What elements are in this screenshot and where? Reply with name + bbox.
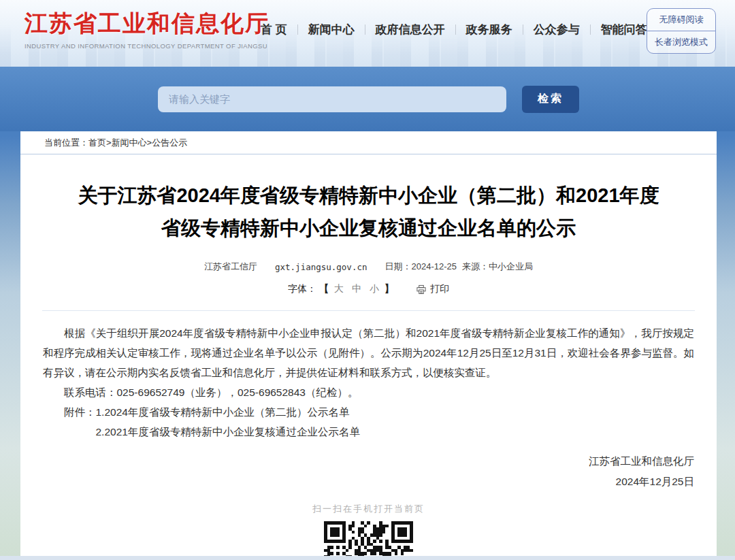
- attachment-line-2: 2.2021年度省级专精特新中小企业复核通过企业公示名单: [43, 422, 694, 442]
- site-header: 江苏省工业和信息化厅 INDUSTRY AND INFORMATION TECH…: [0, 0, 735, 67]
- font-size-medium[interactable]: 中: [352, 283, 361, 295]
- attachment-link-1[interactable]: 1.2024年度省级专精特新中小企业（第二批）公示名单: [96, 406, 350, 418]
- font-size-small[interactable]: 小: [370, 283, 379, 295]
- breadcrumb-label: 当前位置：: [44, 137, 88, 148]
- nav-separator: [297, 24, 298, 35]
- signature-block: 江苏省工业和信息化厅 2024年12月25日: [20, 451, 694, 492]
- bracket-close: 】: [385, 283, 394, 295]
- signature-org: 江苏省工业和信息化厅: [20, 451, 694, 472]
- attachment-line-1: 附件：1.2024年度省级专精特新中小企业（第二批）公示名单: [43, 402, 694, 422]
- nav-separator: [523, 24, 523, 35]
- signature-date: 2024年12月25日: [20, 472, 694, 492]
- search-button[interactable]: 检索: [522, 86, 579, 113]
- print-label: 打印: [430, 283, 449, 295]
- bottom-strip: [0, 556, 735, 560]
- nav-item-home[interactable]: 首 页: [261, 22, 287, 37]
- print-icon: [416, 284, 427, 295]
- attachment-link-2[interactable]: 2.2021年度省级专精特新中小企业复核通过企业公示名单: [96, 426, 360, 438]
- content-card: 当前位置：首页>新闻中心>公告公示 关于江苏省2024年度省级专精特新中小企业（…: [20, 131, 717, 560]
- meta-dates: 日期：2024-12-25 来源：中小企业局: [385, 261, 533, 273]
- meta-date: 日期：2024-12-25: [385, 261, 457, 273]
- logo-subtitle: INDUSTRY AND INFORMATION TECHNOLOGY DEPA…: [24, 42, 270, 50]
- logo-title: 江苏省工业和信息化厅: [24, 8, 270, 39]
- nav-separator: [365, 24, 365, 35]
- logo[interactable]: 江苏省工业和信息化厅 INDUSTRY AND INFORMATION TECH…: [24, 8, 270, 50]
- print-button[interactable]: 打印: [416, 283, 449, 295]
- search-input[interactable]: [158, 86, 506, 112]
- meta-origin: 来源：中小企业局: [462, 261, 533, 273]
- accessible-reading-button[interactable]: 无障碍阅读: [647, 9, 715, 31]
- search-band: 检索: [0, 67, 735, 131]
- attachments-label: 附件：: [64, 406, 96, 418]
- breadcrumb: 当前位置：首页>新闻中心>公告公示: [20, 131, 717, 154]
- meta-source-dept: 江苏省工信厅: [204, 261, 257, 273]
- contact-line: 联系电话：025-69652749（业务），025-69652843（纪检）。: [43, 382, 694, 402]
- font-label: 字体：: [288, 283, 316, 295]
- article-body: 根据《关于组织开展2024年度省级专精特新中小企业申报认定（第二批）和2021年…: [43, 323, 694, 382]
- breadcrumb-path[interactable]: 首页>新闻中心>公告公示: [88, 137, 187, 148]
- nav-item-services[interactable]: 政务服务: [466, 22, 512, 37]
- qr-caption: 扫一扫在手机打开当前页: [20, 503, 717, 515]
- article-meta: 江苏省工信厅 gxt.jiangsu.gov.cn 日期：2024-12-25 …: [20, 261, 717, 273]
- font-controls: 字体： 【 大 中 小 】 打印: [20, 283, 717, 295]
- meta-website: gxt.jiangsu.gov.cn: [275, 262, 367, 272]
- qr-code: [324, 521, 413, 560]
- nav-separator: [590, 24, 591, 35]
- nav-separator: [455, 24, 456, 35]
- content-divider: [42, 310, 695, 311]
- nav-item-participation[interactable]: 公众参与: [534, 22, 580, 37]
- nav-item-gov-info[interactable]: 政府信息公开: [376, 22, 445, 37]
- elder-mode-button[interactable]: 长者浏览模式: [647, 31, 715, 53]
- page: 江苏省工业和信息化厅 INDUSTRY AND INFORMATION TECH…: [0, 0, 735, 560]
- nav-item-news[interactable]: 新闻中心: [308, 22, 355, 37]
- font-size-large[interactable]: 大: [334, 283, 344, 295]
- main-nav: 首 页 新闻中心 政府信息公开 政务服务 公众参与 智能问答: [261, 22, 647, 37]
- nav-item-smart-qa[interactable]: 智能问答: [601, 22, 647, 37]
- bracket-open: 【: [319, 283, 329, 295]
- article-title: 关于江苏省2024年度省级专精特新中小企业（第二批）和2021年度省级专精特新中…: [69, 179, 668, 244]
- accessibility-box: 无障碍阅读 长者浏览模式: [647, 8, 716, 54]
